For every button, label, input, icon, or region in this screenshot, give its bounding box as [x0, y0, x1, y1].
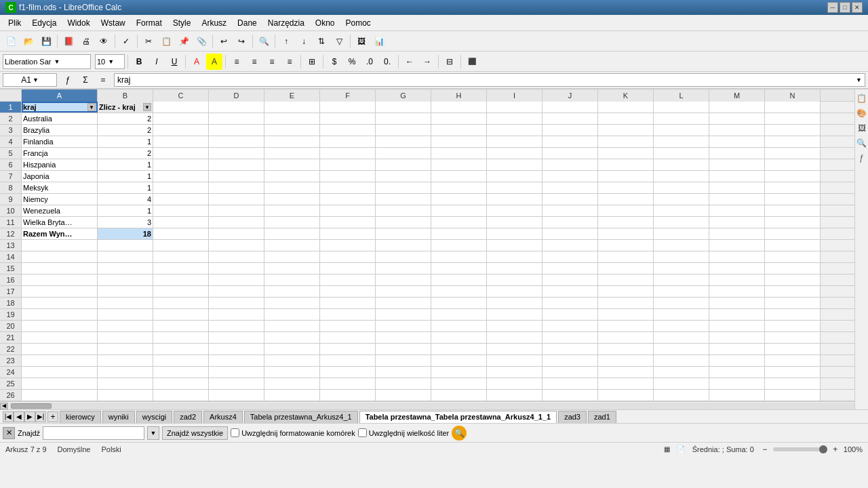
cell-d6[interactable] [209, 159, 264, 170]
sheet-tab-kierowcy[interactable]: kierowcy [60, 411, 101, 423]
tab-first-button[interactable]: |◀ [3, 411, 14, 422]
decimal-remove-button[interactable]: 0. [379, 54, 395, 70]
col-header-m[interactable]: M [709, 89, 765, 102]
menu-edycja[interactable]: Edycja [26, 15, 62, 30]
cell-g11[interactable] [376, 217, 431, 228]
cell-m9[interactable] [709, 194, 765, 205]
cell-m10[interactable] [709, 205, 765, 216]
pdf-button[interactable]: 📕 [60, 33, 77, 49]
cell-b14[interactable] [98, 251, 153, 262]
cell-f4[interactable] [320, 136, 376, 147]
cell-m5[interactable] [709, 148, 765, 159]
sheet-tab-wyniki[interactable]: wyniki [102, 411, 135, 423]
cell-n11[interactable] [765, 217, 821, 228]
menu-widok[interactable]: Widok [62, 15, 95, 30]
formula-equal-icon[interactable]: = [95, 72, 111, 88]
cell-j11[interactable] [542, 217, 598, 228]
tab-next-button[interactable]: ▶ [24, 411, 35, 422]
cell-d4[interactable] [209, 136, 264, 147]
new-button[interactable]: 📄 [3, 33, 19, 49]
indent-less-button[interactable]: ← [401, 54, 418, 70]
function-wizard-icon[interactable]: ƒ [60, 72, 76, 88]
cell-l13[interactable] [654, 240, 709, 251]
cell-d13[interactable] [209, 240, 264, 251]
cell-m11[interactable] [709, 217, 765, 228]
cell-l11[interactable] [654, 217, 709, 228]
menu-okno[interactable]: Okno [310, 15, 340, 30]
paste-special-button[interactable]: 📎 [193, 33, 210, 49]
cell-m6[interactable] [709, 159, 765, 170]
cell-n13[interactable] [765, 240, 821, 251]
cell-g2[interactable] [376, 113, 431, 124]
italic-button[interactable]: I [149, 54, 165, 70]
filter-arrow-a1[interactable]: ▼ [87, 103, 96, 111]
cell-h12[interactable] [431, 228, 487, 239]
format-checkbox-input[interactable] [231, 428, 239, 437]
cell-e12[interactable] [264, 228, 320, 239]
cell-b4[interactable]: 1 [98, 136, 153, 147]
cell-j2[interactable] [542, 113, 598, 124]
cell-g6[interactable] [376, 159, 431, 170]
image-button[interactable]: 🖼 [353, 33, 370, 49]
find-button[interactable]: 🔍 [256, 33, 272, 49]
cell-c5[interactable] [153, 148, 209, 159]
cell-b12[interactable]: 18 [98, 228, 153, 239]
font-size-arrow[interactable]: ▼ [108, 58, 114, 65]
col-header-n[interactable]: N [765, 89, 821, 102]
row-num-24[interactable]: 24 [0, 367, 21, 378]
cell-c13[interactable] [153, 240, 209, 251]
cell-a2[interactable]: Australia [22, 113, 98, 124]
sheet-tab-wyscigi[interactable]: wyscigi [136, 411, 172, 423]
cell-f13[interactable] [320, 240, 376, 251]
cell-d11[interactable] [209, 217, 264, 228]
currency-button[interactable]: $ [326, 54, 342, 70]
cell-d8[interactable] [209, 182, 264, 193]
cell-h9[interactable] [431, 194, 487, 205]
cell-m8[interactable] [709, 182, 765, 193]
cell-m12[interactable] [709, 228, 765, 239]
scroll-left-button[interactable]: ◀ [0, 403, 8, 409]
cell-k12[interactable] [598, 228, 654, 239]
cell-f3[interactable] [320, 125, 376, 136]
cell-n8[interactable] [765, 182, 821, 193]
cell-k9[interactable] [598, 194, 654, 205]
cell-i9[interactable] [487, 194, 542, 205]
row-num-18[interactable]: 18 [0, 298, 21, 309]
cell-a9[interactable]: Niemcy [22, 194, 98, 205]
cell-m2[interactable] [709, 113, 765, 124]
redo-button[interactable]: ↪ [233, 33, 250, 49]
col-header-f[interactable]: F [320, 89, 376, 102]
find-input[interactable] [43, 426, 144, 440]
zoom-in-button[interactable]: + [830, 444, 841, 455]
cell-d12[interactable] [209, 228, 264, 239]
cell-e9[interactable] [264, 194, 320, 205]
cell-c4[interactable] [153, 136, 209, 147]
col-header-h[interactable]: H [431, 89, 487, 102]
row-num-9[interactable]: 9 [0, 194, 21, 205]
row-num-1[interactable]: 1 [0, 102, 21, 113]
cell-a1[interactable]: kraj ▼ [22, 102, 98, 113]
cell-j13[interactable] [542, 240, 598, 251]
cell-k6[interactable] [598, 159, 654, 170]
cell-j8[interactable] [542, 182, 598, 193]
cell-j5[interactable] [542, 148, 598, 159]
cell-n7[interactable] [765, 171, 821, 182]
cell-n6[interactable] [765, 159, 821, 170]
cell-e2[interactable] [264, 113, 320, 124]
sheet-tab-tabela1[interactable]: Tabela przestawna_Arkusz4_1 [244, 411, 358, 423]
cell-g1[interactable] [376, 102, 431, 113]
view-normal-button[interactable]: ▦ [661, 444, 673, 455]
cell-j12[interactable] [542, 228, 598, 239]
find-close-button[interactable]: ✕ [3, 427, 15, 439]
cell-f11[interactable] [320, 217, 376, 228]
cell-d7[interactable] [209, 171, 264, 182]
cell-a10[interactable]: Wenezuela [22, 205, 98, 216]
font-color-button[interactable]: A [189, 54, 205, 70]
cell-g10[interactable] [376, 205, 431, 216]
cell-f2[interactable] [320, 113, 376, 124]
cell-h11[interactable] [431, 217, 487, 228]
cell-i12[interactable] [487, 228, 542, 239]
cell-l4[interactable] [654, 136, 709, 147]
cell-l8[interactable] [654, 182, 709, 193]
font-name-arrow[interactable]: ▼ [54, 58, 60, 65]
